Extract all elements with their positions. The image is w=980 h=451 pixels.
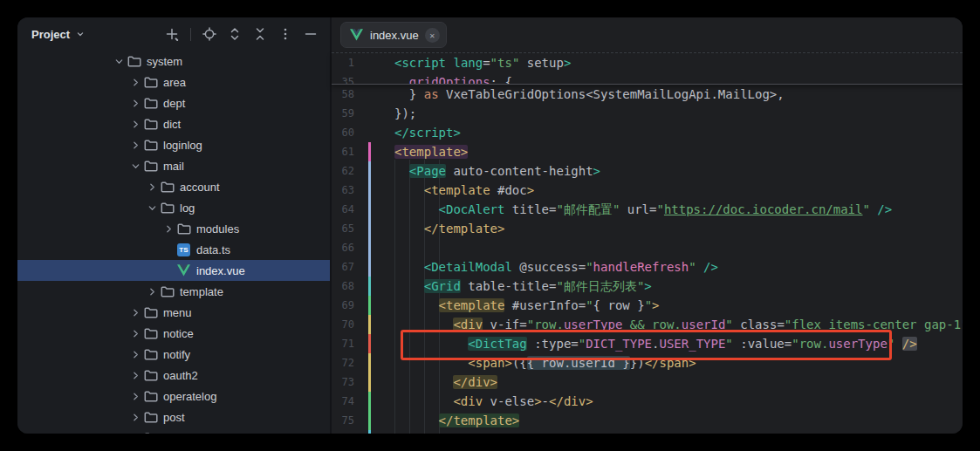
code-line-68[interactable]: 68 <Grid table-title="邮件日志列表"> [332, 277, 963, 296]
project-selector[interactable]: Project [31, 28, 86, 41]
code-text: <template #userInfo="{ row }"> [371, 296, 660, 315]
tree-item-notify[interactable]: notify [17, 344, 330, 365]
code-line-70[interactable]: 70 <div v-if="row.userType && row.userId… [332, 315, 963, 334]
code-line-62[interactable]: 62 <Page auto-content-height> [332, 161, 963, 181]
locate-icon[interactable] [202, 27, 216, 41]
sticky-lines: 1<script lang="ts" setup>35 gridOptions:… [332, 53, 963, 85]
folder-icon [144, 390, 163, 402]
add-icon[interactable] [165, 27, 179, 41]
tree-item-modules[interactable]: modules [17, 218, 330, 239]
code-text: } as VxeTableGridOptions<SystemMailLogAp… [371, 85, 785, 104]
tree-item-index.vue[interactable]: index.vue [17, 260, 330, 281]
code-line-66[interactable]: 66 [332, 238, 963, 257]
code-token: class [733, 318, 778, 331]
tree-item-notice[interactable]: notice [17, 323, 330, 344]
line-number: 63 [332, 181, 354, 200]
folder-icon [144, 118, 163, 130]
chevron-right-icon[interactable] [161, 218, 177, 239]
tree-item-loginlog[interactable]: loginlog [17, 134, 330, 155]
more-icon[interactable] [278, 27, 292, 41]
chevron-right-icon[interactable] [127, 407, 144, 427]
code-line-63[interactable]: 63 <template #doc> [332, 181, 963, 200]
line-number: 59 [332, 104, 354, 123]
tree-item-operatelog[interactable]: operatelog [17, 386, 330, 407]
code-line-65[interactable]: 65 </template> [332, 219, 963, 238]
code-line-59[interactable]: 59}); [332, 104, 963, 123]
code-text: <DetailModal @success="handleRefresh" /> [371, 257, 718, 277]
code-token: /> [703, 260, 718, 274]
code-line-75[interactable]: 75 </template> [332, 411, 963, 430]
line-number: 65 [332, 219, 354, 238]
line-number: 74 [332, 392, 354, 411]
line-number: 64 [332, 200, 354, 219]
tree-item-label: system [147, 55, 182, 68]
code-line-58[interactable]: 58 } as VxeTableGridOptions<SystemMailLo… [332, 85, 963, 104]
tree-item-mail[interactable]: mail [17, 155, 330, 176]
code-token: > [652, 298, 659, 312]
tree-item-label: area [163, 76, 186, 89]
tab-index-vue[interactable]: index.vue ✕ [340, 22, 447, 48]
code-line-60[interactable]: 60</script> [332, 123, 963, 142]
code-token: https://doc.iocoder.cn/mail [664, 202, 863, 216]
collapse-all-icon[interactable] [253, 27, 267, 41]
chevron-right-icon[interactable] [127, 323, 144, 344]
code-line-69[interactable]: 69 <template #userInfo="{ row }"> [332, 296, 963, 315]
chevron-right-icon[interactable] [127, 344, 144, 365]
tree-item-area[interactable]: area [17, 72, 330, 92]
code-line-35[interactable]: 35 gridOptions: { [332, 72, 963, 85]
tree-item-log[interactable]: log [17, 197, 330, 218]
code-line-76[interactable]: 76 <template #actions="{ row }"> [332, 430, 963, 434]
code-token: v-else [483, 394, 534, 408]
tree-item-oauth2[interactable]: oauth2 [17, 365, 330, 386]
code-line-61[interactable]: 61<template> [332, 142, 963, 161]
tree-item-post[interactable]: post [17, 407, 330, 427]
chevron-right-icon[interactable] [127, 92, 144, 113]
chevron-right-icon[interactable] [127, 427, 144, 434]
code-token: && [622, 318, 652, 331]
tree-item-label: notice [163, 327, 194, 340]
code-line-1[interactable]: 1<script lang="ts" setup> [332, 53, 963, 72]
hide-icon[interactable] [304, 27, 318, 41]
tree-item-menu[interactable]: menu [17, 302, 330, 323]
tree-item-dict[interactable]: dict [17, 113, 330, 134]
chevron-right-icon[interactable] [144, 281, 161, 302]
chevron-down-icon[interactable] [127, 155, 144, 176]
chevron-right-icon[interactable] [127, 113, 144, 134]
chevron-right-icon[interactable] [127, 72, 144, 92]
chevron-right-icon[interactable] [127, 365, 144, 386]
tree-item-data.ts[interactable]: TSdata.ts [17, 239, 330, 260]
chevron-right-icon[interactable] [144, 176, 161, 197]
code-line-74[interactable]: 74 <div v-else>-</div> [332, 392, 963, 411]
code-editor[interactable]: index.vue ✕ 1<script lang="ts" setup>35 … [332, 17, 963, 434]
code-token [394, 318, 453, 331]
code-line-64[interactable]: 64 <DocAlert title="邮件配置" url="https://d… [332, 200, 963, 219]
code-token: #actions [504, 433, 571, 434]
tree-item-account[interactable]: account [17, 176, 330, 197]
folder-icon [144, 369, 163, 381]
tree-item-dept[interactable]: dept [17, 92, 330, 113]
code-token: { row.userId } [527, 356, 630, 370]
tree-item-system[interactable]: system [17, 51, 330, 72]
tree-item-label: post [163, 411, 185, 424]
tree-item-template[interactable]: template [17, 281, 330, 302]
chevron-down-icon[interactable] [144, 197, 161, 218]
code-line-67[interactable]: 67 <DetailModal @success="handleRefresh"… [332, 257, 963, 277]
code-token: row. [534, 318, 564, 331]
close-icon[interactable]: ✕ [425, 28, 440, 43]
code-line-72[interactable]: 72 <span>({{ row.userId }})</span> [332, 353, 963, 372]
chevron-down-icon[interactable] [111, 51, 127, 72]
tree-item-label: operatelog [163, 390, 216, 403]
code-text: <script lang="ts" setup> [371, 53, 571, 72]
code-token: setup [519, 56, 564, 70]
code-text: <DocAlert title="邮件配置" url="https://doc.… [371, 200, 892, 219]
code-line-71[interactable]: 71 <DictTag :type="DICT_TYPE.USER_TYPE" … [332, 334, 963, 353]
chevron-right-icon[interactable] [127, 134, 144, 155]
tree-item-clipped[interactable] [17, 427, 330, 434]
chevron-right-icon[interactable] [127, 302, 144, 323]
expand-all-icon[interactable] [228, 27, 242, 41]
code-token: = [579, 260, 586, 274]
code-line-73[interactable]: 73 </div> [332, 372, 963, 392]
code-token: USER_TYPE [659, 337, 725, 351]
chevron-right-icon[interactable] [127, 386, 144, 407]
code-token: > [534, 394, 541, 408]
